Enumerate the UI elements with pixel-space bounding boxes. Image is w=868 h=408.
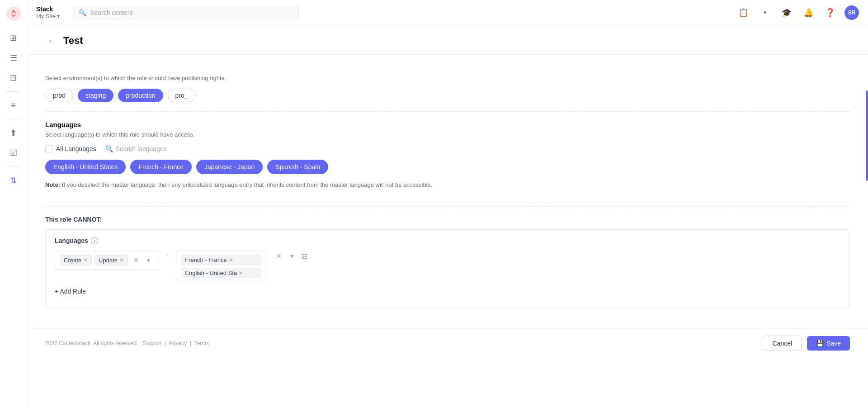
cannot-title: This role CANNOT:: [45, 216, 850, 223]
chevron-down-icon: ▾: [57, 13, 60, 19]
cannot-section: This role CANNOT: Languages i Create: [45, 207, 850, 317]
sidebar-item-dashboard[interactable]: ⊞: [5, 29, 23, 47]
rule-lang-french: French - France ✕: [181, 255, 261, 265]
chevron-down-icon-nav[interactable]: ▾: [758, 5, 772, 20]
all-languages-checkbox-label[interactable]: All Languages: [45, 145, 96, 152]
rule-lang-french-close[interactable]: ✕: [229, 257, 233, 263]
all-languages-label: All Languages: [56, 145, 96, 152]
clipboard-icon[interactable]: 📋: [736, 5, 750, 20]
rule-langs-group: French - France ✕ English - United Sta ✕: [176, 251, 266, 282]
page-footer: 2022 Contentstack. All rights reserved. …: [27, 328, 868, 358]
page-header: ← Test: [27, 25, 868, 55]
lang-chip-french[interactable]: French - France: [130, 160, 192, 174]
topnav-actions: 📋 ▾ 🎓 🔔 ❓ SR: [736, 5, 859, 20]
sidebar-item-settings[interactable]: ⇅: [5, 171, 23, 190]
rule-lang-french-label: French - France: [185, 256, 226, 263]
help-icon[interactable]: ❓: [823, 5, 837, 20]
app-logo[interactable]: [5, 5, 22, 22]
footer-actions: Cancel 💾 Save: [763, 336, 850, 351]
main-wrapper: Stack My Site ▾ 🔍 Search content 📋 ▾ 🎓 🔔…: [27, 0, 868, 408]
env-tag-prod[interactable]: prod: [45, 89, 73, 102]
rule-lang-english-close[interactable]: ✕: [239, 270, 243, 276]
graduate-cap-icon[interactable]: 🎓: [779, 5, 794, 20]
page-body: ← Test Select environment(s) to which th…: [27, 25, 868, 408]
footer-link-support[interactable]: Support: [142, 340, 161, 346]
content-area: ← Test Select environment(s) to which th…: [27, 25, 868, 408]
page-title: Test: [63, 35, 83, 47]
note-body: If you deselect the master language, the…: [62, 181, 433, 188]
rule-action-create-close[interactable]: ✕: [83, 257, 88, 263]
rule-langs-dropdown-btn[interactable]: ▾: [286, 251, 297, 261]
rule-action-update: Update ✕: [94, 255, 128, 266]
rule-lang-english-label: English - United Sta: [185, 270, 237, 276]
search-bar[interactable]: 🔍 Search content: [73, 6, 299, 19]
environments-section: Select environment(s) to which the role …: [45, 66, 850, 112]
footer-copy: 2022 Contentstack. All rights reserved. …: [45, 340, 209, 346]
form-content: Select environment(s) to which the role …: [27, 55, 868, 328]
save-button[interactable]: 💾 Save: [807, 336, 850, 351]
environments-desc: Select environment(s) to which the role …: [45, 75, 850, 81]
rule-dash: -: [165, 251, 170, 259]
search-icon-lang: 🔍: [105, 145, 113, 152]
scroll-accent: [866, 90, 868, 181]
cannot-box-title-text: Languages: [55, 237, 88, 244]
user-avatar[interactable]: SR: [844, 5, 859, 20]
rule-lang-english: English - United Sta ✕: [181, 268, 261, 278]
rule-action-update-close[interactable]: ✕: [119, 257, 124, 263]
rule-actions-group: Create ✕ Update ✕ ✕ ▾: [55, 251, 159, 270]
add-rule-button[interactable]: + Add Rule: [55, 282, 86, 300]
all-languages-row: All Languages 🔍 Search languages: [45, 145, 850, 152]
rule-actions-close-btn[interactable]: ✕: [131, 255, 142, 266]
save-icon: 💾: [816, 340, 824, 347]
environment-tags: prod staging production pro_: [45, 89, 850, 102]
cannot-box-title: Languages i: [55, 237, 840, 244]
sidebar-item-tasks[interactable]: ☑: [5, 144, 23, 162]
sidebar-item-deploy[interactable]: ⬆: [5, 124, 23, 142]
sidebar-item-modules[interactable]: ⊟: [5, 69, 23, 87]
search-languages-input[interactable]: 🔍 Search languages: [105, 145, 167, 152]
footer-copy-text: 2022 Contentstack. All rights reserved.: [45, 340, 138, 346]
all-languages-checkbox[interactable]: [45, 145, 52, 152]
brand-area: Stack My Site ▾: [36, 5, 60, 19]
sidebar: ⊞ ☰ ⊟ ≡ ⬆ ☑ ⇅: [0, 0, 27, 408]
search-placeholder: Search content: [90, 9, 132, 16]
sidebar-item-layers[interactable]: ≡: [5, 96, 23, 114]
lang-chip-english[interactable]: English - United States: [45, 160, 126, 174]
sidebar-divider-3: [6, 166, 21, 167]
languages-section: Languages Select language(s) to which th…: [45, 112, 850, 207]
svg-point-0: [6, 6, 21, 21]
back-button[interactable]: ←: [45, 34, 58, 47]
footer-link-terms[interactable]: Terms: [194, 340, 209, 346]
rule-row: Create ✕ Update ✕ ✕ ▾: [55, 251, 840, 282]
rule-actions-dropdown-btn[interactable]: ▾: [143, 255, 154, 266]
rule-actions-controls: ✕ ▾: [131, 255, 154, 266]
languages-desc: Select language(s) to which this role sh…: [45, 131, 850, 138]
save-label: Save: [826, 340, 841, 347]
search-languages-placeholder: Search languages: [116, 145, 167, 152]
brand-site[interactable]: My Site ▾: [36, 13, 60, 19]
sidebar-item-list[interactable]: ☰: [5, 49, 23, 67]
rule-action-update-label: Update: [99, 257, 118, 264]
cancel-button[interactable]: Cancel: [763, 336, 802, 351]
brand-name: Stack: [36, 5, 60, 13]
rule-lang-outer-controls: ✕ ▾ ⊟: [274, 251, 310, 261]
env-tag-staging[interactable]: staging: [78, 89, 113, 102]
topnav: Stack My Site ▾ 🔍 Search content 📋 ▾ 🎓 🔔…: [27, 0, 868, 25]
env-tag-production[interactable]: production: [118, 89, 163, 102]
rule-langs-close-btn[interactable]: ✕: [274, 251, 284, 261]
info-icon[interactable]: i: [91, 237, 98, 244]
cannot-box: Languages i Create ✕: [45, 229, 850, 308]
lang-chip-japanese[interactable]: Japanese - Japan: [196, 160, 263, 174]
note-label: Note:: [45, 181, 60, 188]
languages-title: Languages: [45, 121, 850, 128]
footer-link-privacy[interactable]: Privacy: [169, 340, 187, 346]
bell-icon[interactable]: 🔔: [801, 5, 816, 20]
rule-action-create: Create ✕: [60, 255, 92, 266]
lang-chip-spanish[interactable]: Spanish - Spain: [267, 160, 328, 174]
note-text: Note: If you deselect the master languag…: [45, 181, 850, 188]
search-icon: 🔍: [79, 9, 86, 16]
env-tag-pro[interactable]: pro_: [168, 89, 196, 102]
language-chips: English - United States French - France …: [45, 160, 850, 174]
rule-delete-btn[interactable]: ⊟: [299, 251, 310, 261]
sidebar-divider-1: [6, 91, 21, 92]
